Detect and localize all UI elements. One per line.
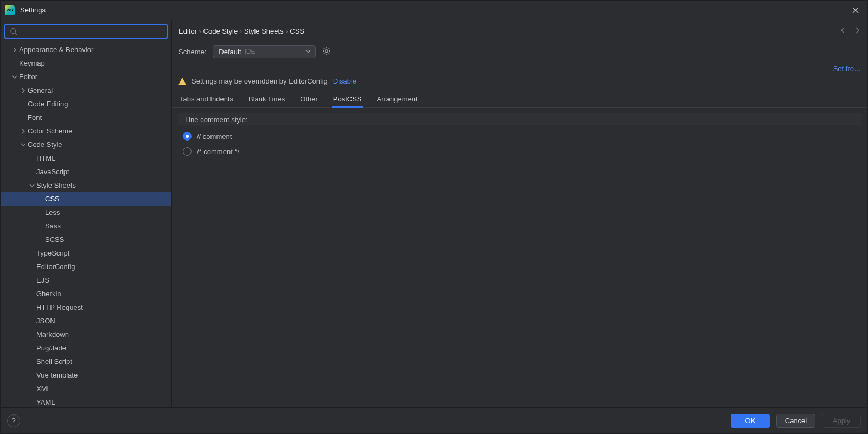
cancel-button[interactable]: Cancel [776,414,815,428]
tree-item-label: EJS [36,276,49,284]
tree-item[interactable]: Appearance & Behavior [1,43,171,56]
search-input[interactable] [21,28,162,36]
tree-item-label: CSS [45,195,60,203]
set-from-link[interactable]: Set fro… [833,65,861,73]
breadcrumb-separator: › [284,27,290,35]
tree-item-label: Editor [19,73,37,81]
comment-style-option[interactable]: // comment [178,129,861,144]
tree-item[interactable]: Code Editing [1,97,171,111]
tree-item[interactable]: EditorConfig [1,260,171,273]
tree-item[interactable]: CSS [1,192,171,206]
nav-forward-button[interactable] [853,27,861,36]
tree-item[interactable]: SCSS [1,233,171,246]
tree-item-label: Less [45,208,60,216]
breadcrumb-item[interactable]: Editor [178,27,197,35]
tree-item[interactable]: Gherkin [1,287,171,301]
tree-item-label: Sass [45,222,61,230]
chevron-right-icon [10,47,19,53]
arrow-right-icon [853,27,861,34]
tree-item-label: TypeScript [36,249,69,257]
tree-item[interactable]: EJS [1,273,171,287]
tab-blank-lines[interactable]: Blank Lines [247,92,286,108]
tree-item[interactable]: YAML [1,395,171,407]
nav-back-button[interactable] [839,27,847,36]
tree-item[interactable]: Font [1,111,171,124]
code-style-tabs: Tabs and IndentsBlank LinesOtherPostCSSA… [172,92,867,108]
radio-icon [183,147,192,156]
tree-item[interactable]: Less [1,206,171,219]
tree-item[interactable]: Sass [1,219,171,233]
tree-item[interactable]: Markdown [1,328,171,341]
titlebar: WS Settings [1,1,867,20]
settings-sidebar: Appearance & BehaviorKeymapEditorGeneral… [1,20,172,407]
dialog-footer: ? OK Cancel Apply [1,407,867,433]
warning-text: Settings may be overridden by EditorConf… [192,77,328,85]
scheme-value: Default [219,48,241,56]
tree-item[interactable]: Code Style [1,138,171,151]
tree-item[interactable]: General [1,84,171,97]
tree-item-label: XML [36,385,51,393]
tree-item[interactable]: HTML [1,151,171,165]
tree-item-label: Color Scheme [28,127,72,135]
tree-item-label: HTTP Request [36,303,83,311]
tree-item-label: SCSS [45,235,64,244]
tab-tabs-and-indents[interactable]: Tabs and Indents [178,92,234,108]
tree-item[interactable]: Vue template [1,368,171,382]
window-title: Settings [20,6,848,14]
breadcrumb-item[interactable]: Code Style [203,27,238,35]
tree-item-label: General [28,86,53,94]
tree-item[interactable]: TypeScript [1,246,171,260]
tree-item[interactable]: Pug/Jade [1,341,171,355]
tree-item[interactable]: XML [1,382,171,395]
tree-item-label: Code Editing [28,100,68,108]
ok-button[interactable]: OK [731,414,770,428]
scheme-scope: IDE [245,48,256,55]
tree-item[interactable]: JSON [1,314,171,328]
chevron-down-icon [10,74,19,80]
arrow-left-icon [839,27,847,34]
search-field[interactable] [4,24,168,39]
tree-item-label: Code Style [28,141,62,149]
warning-icon [178,78,186,85]
tab-other[interactable]: Other [299,92,319,108]
tree-item-label: Appearance & Behavior [19,46,93,54]
tree-item[interactable]: Color Scheme [1,124,171,138]
help-button[interactable]: ? [7,414,20,427]
close-button[interactable] [848,3,863,18]
tree-item-label: Style Sheets [36,181,76,189]
tree-item-label: YAML [36,398,55,406]
close-icon [852,7,859,14]
tree-item[interactable]: Style Sheets [1,178,171,192]
tab-postcss[interactable]: PostCSS [332,92,363,108]
settings-tree[interactable]: Appearance & BehaviorKeymapEditorGeneral… [1,43,171,407]
chevron-down-icon [305,48,311,56]
breadcrumb-item[interactable]: Style Sheets [244,27,284,35]
tree-item-label: Markdown [36,330,69,339]
apply-button: Apply [822,414,861,428]
tree-item[interactable]: Editor [1,70,171,84]
tree-item[interactable]: HTTP Request [1,301,171,314]
chevron-right-icon [19,129,28,134]
tree-item-label: HTML [36,154,55,162]
tree-item[interactable]: Shell Script [1,355,171,368]
comment-style-option[interactable]: /* comment */ [178,144,861,159]
tree-item-label: Gherkin [36,290,61,298]
scheme-label: Scheme: [178,48,206,56]
disable-editorconfig-link[interactable]: Disable [333,77,356,85]
tree-item[interactable]: Keymap [1,56,171,70]
scheme-dropdown[interactable]: Default IDE [213,45,316,58]
tree-item-label: Vue template [36,371,78,379]
svg-point-0 [11,29,16,34]
section-header: Line comment style: [178,113,861,125]
breadcrumb-item[interactable]: CSS [290,27,304,35]
tree-item-label: EditorConfig [36,263,75,271]
tab-arrangement[interactable]: Arrangement [376,92,419,108]
tree-item-label: JSON [36,317,55,325]
search-icon [10,28,17,35]
apply-label: Apply [833,417,851,425]
scheme-actions-button[interactable] [322,47,331,57]
breadcrumb-separator: › [238,27,244,35]
radio-label: /* comment */ [197,148,239,156]
ok-label: OK [745,417,756,425]
tree-item[interactable]: JavaScript [1,165,171,178]
